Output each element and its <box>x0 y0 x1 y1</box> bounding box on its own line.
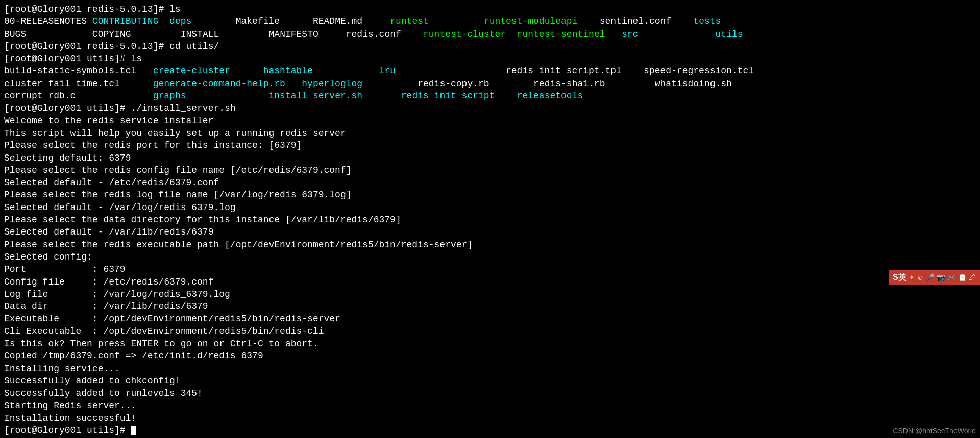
taskbar-icon1[interactable]: ☺ <box>917 273 924 282</box>
terminal-cursor <box>131 426 136 435</box>
terminal-line: corrupt_rdb.c graphs install_server.sh r… <box>4 90 976 102</box>
terminal-line: [root@Glory001 utils]# <box>4 424 976 436</box>
terminal-line: cluster_fail_time.tcl generate-command-h… <box>4 78 976 90</box>
terminal: [root@Glory001 redis-5.0.13]# ls00-RELEA… <box>0 0 980 438</box>
taskbar-icon5[interactable]: 📋 <box>958 273 967 282</box>
terminal-line: [root@Glory001 redis-5.0.13]# cd utils/ <box>4 40 976 53</box>
terminal-line: Log file : /var/log/redis_6379.log <box>4 288 976 300</box>
terminal-line: Config file : /etc/redis/6379.conf <box>4 276 976 288</box>
terminal-line: Cli Executable : /opt/devEnvironment/red… <box>4 325 976 338</box>
terminal-line: BUGS COPYING INSTALL MANIFESTO redis.con… <box>4 28 976 40</box>
terminal-line: Please select the redis port for this in… <box>4 139 976 151</box>
terminal-line: Selected default - /var/log/redis_6379.l… <box>4 201 976 214</box>
terminal-line: Selecting default: 6379 <box>4 152 976 164</box>
terminal-line: Successfully added to chkconfig! <box>4 375 976 387</box>
terminal-line: [root@Glory001 utils]# ls <box>4 53 976 65</box>
terminal-line: Executable : /opt/devEnvironment/redis5/… <box>4 313 976 325</box>
terminal-line: Copied /tmp/6379.conf => /etc/init.d/red… <box>4 350 976 362</box>
terminal-line: Is this ok? Then press ENTER to go on or… <box>4 338 976 350</box>
terminal-line: Data dir : /var/lib/redis/6379 <box>4 300 976 313</box>
terminal-line: Please select the data directory for thi… <box>4 214 976 226</box>
terminal-line: Port : 6379 <box>4 263 976 275</box>
taskbar-icon4[interactable]: 🎮 <box>947 273 956 282</box>
watermark: CSDN @hhtSeeTheWorld <box>893 426 976 436</box>
terminal-line: Please select the redis log file name [/… <box>4 189 976 201</box>
terminal-line: This script will help you easily set up … <box>4 127 976 139</box>
terminal-line: build-static-symbols.tcl create-cluster … <box>4 65 976 77</box>
terminal-line: Selected default - /var/lib/redis/6379 <box>4 226 976 238</box>
terminal-line: Welcome to the redis service installer <box>4 115 976 127</box>
terminal-line: Successfully added to runlevels 345! <box>4 387 976 399</box>
terminal-line: Please select the redis executable path … <box>4 239 976 251</box>
taskbar-lang[interactable]: S英 <box>893 272 906 283</box>
taskbar-icon2[interactable]: 🎤 <box>926 273 935 282</box>
taskbar[interactable]: S英 ✦ ☺ 🎤 📷 🎮 📋 🖊 <box>889 270 980 285</box>
taskbar-icon3[interactable]: 📷 <box>937 273 945 282</box>
terminal-line: Starting Redis server... <box>4 400 976 412</box>
terminal-line: Installation successful! <box>4 412 976 424</box>
taskbar-icon6[interactable]: 🖊 <box>969 273 976 282</box>
taskbar-sep: ✦ <box>909 273 915 282</box>
terminal-line: Selected config: <box>4 251 976 263</box>
terminal-line: [root@Glory001 redis-5.0.13]# ls <box>4 3 976 15</box>
terminal-line: Installing service... <box>4 363 976 375</box>
terminal-line: 00-RELEASENOTES CONTRIBUTING deps Makefi… <box>4 15 976 28</box>
terminal-line: Please select the redis config file name… <box>4 164 976 176</box>
terminal-line: [root@Glory001 utils]# ./install_server.… <box>4 102 976 114</box>
terminal-line: Selected default - /etc/redis/6379.conf <box>4 176 976 189</box>
